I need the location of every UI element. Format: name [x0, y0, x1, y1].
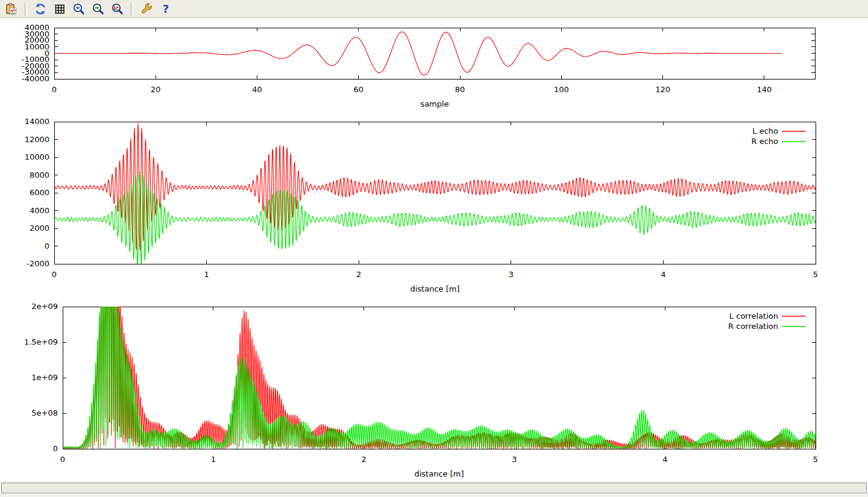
x-tick-label: 1	[204, 270, 209, 279]
x-tick-label: 2	[356, 270, 361, 279]
replot-button[interactable]	[32, 1, 49, 17]
grid-icon	[53, 2, 66, 16]
help-button[interactable]: ?	[157, 1, 174, 17]
series-line-r-correlation	[63, 307, 816, 449]
config-icon	[140, 2, 153, 16]
zoom-next-button[interactable]	[90, 1, 107, 17]
y-tick-label: -2000	[27, 259, 49, 268]
legend-label: R correlation	[728, 322, 778, 331]
x-tick-label: 120	[655, 85, 670, 94]
x-tick-label: 100	[554, 85, 569, 94]
gnuplot-charts: 020406080100120140-40000-30000-20000-100…	[0, 19, 868, 482]
replot-icon	[34, 2, 47, 16]
y-tick-label: 5e+08	[31, 408, 58, 417]
legend: L echoR echo	[751, 127, 806, 146]
y-tick-label: 10000	[25, 152, 49, 161]
config-button[interactable]	[138, 1, 155, 17]
footer-strip	[0, 494, 868, 497]
x-tick-label: 80	[455, 85, 465, 94]
axis-labels: 01234505e+081e+091.5e+092e+09distance [m…	[24, 302, 818, 478]
x-tick-label: 3	[509, 270, 514, 279]
svg-text:?: ?	[163, 2, 169, 15]
axis-labels: 020406080100120140-40000-30000-20000-100…	[22, 23, 772, 108]
x-tick-label: 2	[361, 455, 366, 464]
y-tick-label: 1.5e+09	[24, 337, 58, 346]
toolbar-separator	[131, 2, 133, 16]
y-tick-label: 2000	[30, 223, 49, 233]
x-tick-label: 0	[60, 455, 65, 464]
x-tick-label: 140	[756, 85, 772, 94]
axes	[63, 307, 816, 449]
zoom-next-icon	[92, 2, 105, 16]
series-line-chirp-pulse	[54, 32, 782, 75]
x-tick-label: 5	[813, 270, 818, 279]
copy-plot-button[interactable]	[3, 1, 20, 17]
zoom-previous-icon	[72, 2, 86, 16]
y-tick-label: 14000	[25, 117, 49, 126]
series-line-l-correlation	[63, 307, 816, 449]
chart-sample-waveform: 020406080100120140-40000-30000-20000-100…	[22, 23, 815, 108]
x-tick-label: 40	[252, 85, 262, 94]
legend-label: R echo	[751, 137, 778, 146]
toolbar: ?	[0, 0, 868, 18]
x-tick-label: 20	[151, 85, 161, 94]
x-tick-label: 1	[211, 455, 216, 464]
x-tick-label: 4	[662, 455, 667, 464]
x-tick-label: 5	[813, 455, 818, 464]
autoscale-button[interactable]	[109, 1, 126, 17]
autoscale-icon	[111, 2, 124, 16]
copy-plot-icon	[5, 2, 18, 16]
plot-frame	[63, 307, 816, 449]
legend: L correlationR correlation	[728, 311, 806, 331]
y-tick-label: 40000	[25, 23, 49, 32]
status-bar	[1, 483, 867, 493]
y-tick-label: 2e+09	[31, 302, 58, 311]
y-tick-label: 8000	[30, 170, 49, 180]
y-tick-label: 6000	[30, 188, 49, 197]
chart-correlation: 01234505e+081e+091.5e+092e+09distance [m…	[24, 302, 818, 478]
plot-frame	[54, 122, 816, 264]
help-icon: ?	[159, 2, 172, 16]
series-line-l-echo	[54, 123, 816, 250]
chart-echo: 012345-200002000400060008000100001200014…	[25, 117, 819, 293]
y-tick-label: 0	[53, 444, 58, 453]
x-axis-title: distance [m]	[410, 284, 459, 293]
legend-label: L echo	[752, 127, 778, 136]
plot-canvas[interactable]: 020406080100120140-40000-30000-20000-100…	[0, 19, 868, 482]
y-tick-label: 4000	[30, 206, 49, 215]
series-line-r-echo	[54, 172, 816, 264]
axes	[54, 122, 816, 264]
x-tick-label: 3	[512, 455, 517, 464]
legend-label: L correlation	[729, 311, 778, 320]
x-tick-label: 4	[661, 270, 665, 279]
zoom-previous-button[interactable]	[71, 1, 87, 17]
y-tick-label: 1e+09	[31, 373, 58, 382]
x-axis-title: distance [m]	[414, 469, 464, 478]
y-tick-label: 0	[45, 242, 49, 251]
x-tick-label: 0	[52, 270, 57, 279]
x-axis-title: sample	[420, 99, 448, 108]
x-tick-label: 60	[354, 85, 364, 94]
y-tick-label: 12000	[25, 135, 49, 144]
toolbar-separator	[25, 2, 27, 16]
x-tick-label: 0	[52, 85, 57, 94]
grid-button[interactable]	[51, 1, 68, 17]
